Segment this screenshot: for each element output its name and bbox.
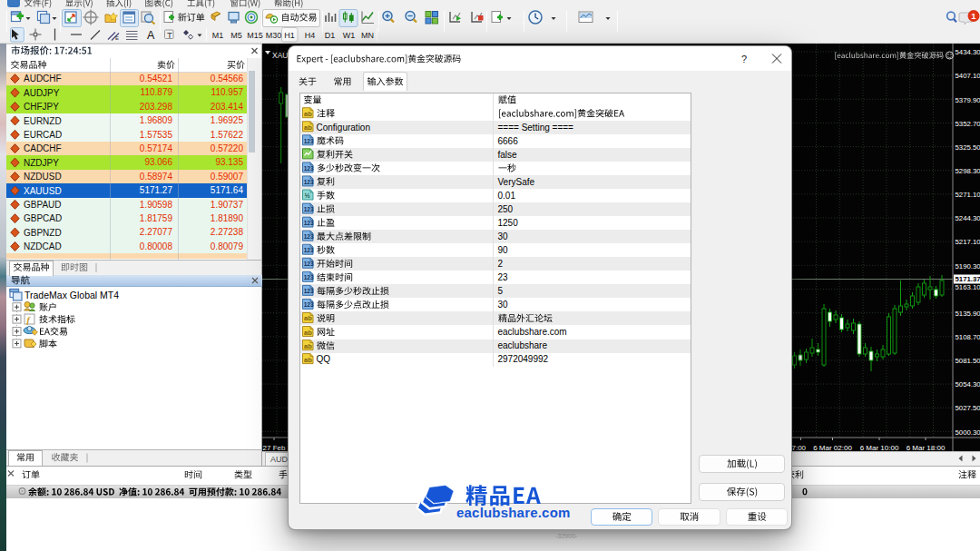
svg-text:27 Feb: 27 Feb (263, 444, 286, 451)
svg-text:5434.30: 5434.30 (956, 48, 980, 56)
svg-text:7:00: 7:00 (792, 444, 807, 451)
svg-text:5271.10: 5271.10 (956, 191, 980, 199)
svg-text:5163.10: 5163.10 (956, 283, 980, 291)
svg-text:6 Mar 10:00: 6 Mar 10:00 (860, 444, 899, 451)
svg-text:5081.50: 5081.50 (956, 357, 980, 365)
svg-text:5054.30: 5054.30 (956, 380, 980, 389)
svg-text:5000.30: 5000.30 (956, 428, 980, 437)
svg-text:5352.70: 5352.70 (956, 120, 980, 128)
svg-text:5407.10: 5407.10 (956, 72, 980, 80)
svg-text:6 Mar 02:00: 6 Mar 02:00 (813, 444, 852, 451)
svg-text:5244.30: 5244.30 (956, 214, 980, 222)
svg-text:5217.10: 5217.10 (956, 238, 980, 246)
svg-text:5135.90: 5135.90 (956, 310, 980, 318)
svg-text:6 Mar 18:00: 6 Mar 18:00 (906, 444, 946, 451)
svg-text:5027.50: 5027.50 (956, 404, 980, 412)
svg-text:eaclubshare.com: eaclubshare.com (456, 505, 571, 520)
svg-text:5298.30: 5298.30 (956, 167, 980, 175)
svg-text:5325.50: 5325.50 (956, 143, 980, 152)
svg-text:5171.37: 5171.37 (956, 275, 980, 283)
svg-text:5108.70: 5108.70 (956, 333, 980, 341)
svg-text:5379.90: 5379.90 (956, 96, 980, 104)
svg-text:5190.30: 5190.30 (956, 262, 980, 271)
